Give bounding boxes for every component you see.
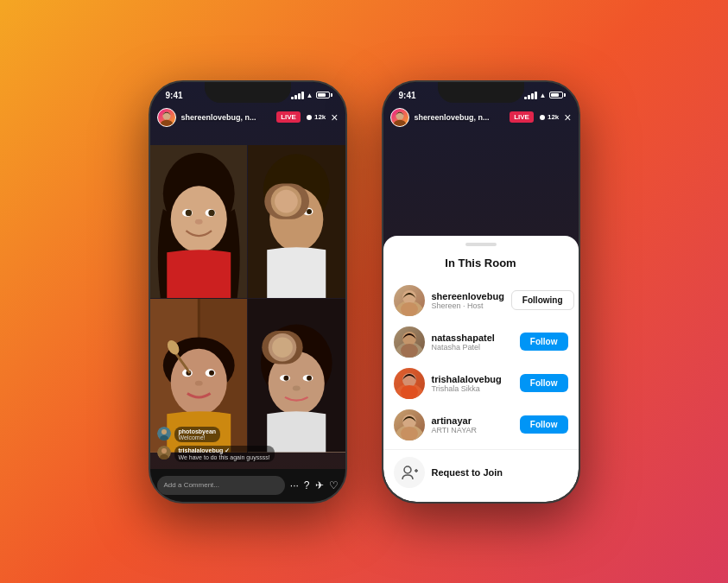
svg-point-8 — [185, 209, 191, 215]
svg-point-9 — [208, 209, 214, 215]
status-bar-right: 9:41 ▲ — [383, 82, 579, 104]
signal-icon-left — [291, 92, 304, 99]
svg-point-1 — [160, 119, 173, 126]
svg-point-44 — [272, 337, 293, 358]
viewer-count-right: 12k — [539, 113, 559, 121]
following-button[interactable]: Following — [511, 290, 574, 310]
svg-point-53 — [540, 115, 545, 120]
more-icon[interactable]: ··· — [290, 479, 299, 491]
close-button-right[interactable]: × — [564, 111, 571, 124]
svg-point-10 — [194, 219, 202, 224]
request-label: Request to Join — [432, 467, 503, 478]
follow-button-1[interactable]: Follow — [520, 333, 568, 351]
time-right: 9:41 — [399, 91, 416, 100]
svg-point-40 — [307, 376, 312, 381]
viewer-count-left: 12k — [306, 113, 326, 121]
time-left: 9:41 — [166, 91, 183, 100]
room-avatar-3 — [394, 368, 425, 399]
follow-button-2[interactable]: Follow — [520, 374, 568, 392]
svg-point-5 — [170, 186, 226, 252]
svg-point-2 — [307, 115, 312, 120]
room-user-row-1: shereenlovebug Shereen · Host Following — [383, 280, 579, 321]
svg-point-77 — [401, 344, 418, 358]
phone-right: 9:41 ▲ — [382, 80, 580, 504]
svg-point-41 — [293, 386, 301, 391]
svg-point-33 — [194, 381, 202, 386]
svg-point-73 — [402, 290, 416, 304]
video-cell-1 — [150, 145, 248, 299]
host-avatar-left — [157, 108, 176, 127]
comments-overlay: photosbyean Welcome! trishalalovebug ✓ W… — [150, 423, 345, 469]
comment-1: photosbyean Welcome! — [157, 427, 339, 442]
svg-point-84 — [404, 466, 411, 473]
comment-input[interactable]: Add a Comment... — [157, 476, 285, 495]
room-user-info-2: natasshapatel Natasha Patel — [432, 333, 513, 352]
live-badge-right[interactable]: LIVE — [510, 111, 534, 123]
svg-point-0 — [162, 111, 170, 119]
room-user-row-4: artinayar ARTI NAYAR Follow — [383, 404, 579, 446]
svg-point-52 — [393, 119, 406, 126]
svg-point-39 — [283, 376, 288, 381]
svg-point-80 — [401, 385, 418, 399]
svg-point-83 — [401, 427, 418, 440]
live-header-right: shereenlovebug, n... LIVE 12k × — [383, 105, 579, 130]
svg-point-74 — [401, 302, 418, 316]
battery-icon-right — [549, 92, 563, 98]
comment-2: trishalalovebug ✓ We have to do this aga… — [157, 446, 339, 462]
modal-title: In This Room — [383, 257, 579, 269]
svg-point-51 — [396, 111, 403, 119]
wifi-icon-left: ▲ — [307, 92, 313, 99]
room-user-info-1: shereenlovebug Shereen · Host — [432, 291, 504, 310]
status-bar-left: 9:41 ▲ — [150, 82, 345, 104]
room-avatar-4 — [394, 409, 425, 440]
room-user-info-4: artinayar ARTI NAYAR — [432, 415, 513, 434]
wifi-icon-right: ▲ — [540, 92, 547, 99]
svg-point-46 — [161, 429, 167, 434]
status-icons-right: ▲ — [524, 92, 563, 99]
share-icon[interactable]: ✈ — [315, 479, 324, 491]
phone-left: 9:41 ▲ — [149, 80, 347, 504]
svg-point-17 — [307, 208, 312, 213]
signal-icon-right — [524, 92, 537, 99]
close-button-left[interactable]: × — [331, 111, 338, 124]
room-user-row-3: trishalalovebug Trishala Sikka Follow — [383, 363, 579, 404]
status-icons-left: ▲ — [291, 92, 330, 99]
username-left: shereenlovebug, n... — [181, 113, 272, 122]
room-avatar-1 — [394, 285, 425, 316]
video-grid-left — [150, 145, 345, 453]
svg-point-49 — [161, 448, 167, 453]
request-to-join-row[interactable]: Request to Join — [383, 449, 579, 495]
follow-button-3[interactable]: Follow — [520, 415, 568, 434]
bottom-bar-left: Add a Comment... ··· ? ✈ ♡ — [150, 469, 345, 502]
sheet-handle — [465, 243, 497, 246]
room-user-info-3: trishalalovebug Trishala Sikka — [432, 374, 513, 393]
question-icon[interactable]: ? — [304, 479, 310, 491]
battery-icon-left — [316, 92, 330, 98]
comment-2-username: trishalalovebug ✓ — [179, 447, 270, 454]
in-this-room-modal: In This Room shereenlovebug Shereen · Ho… — [383, 236, 579, 502]
room-user-row-2: natasshapatel Natasha Patel Follow — [383, 321, 579, 363]
video-cell-2 — [248, 145, 345, 299]
live-badge-left[interactable]: LIVE — [276, 111, 301, 123]
svg-point-20 — [275, 189, 298, 212]
request-icon — [394, 457, 425, 488]
svg-point-30 — [209, 371, 214, 376]
username-right: shereenlovebug, n... — [415, 113, 505, 122]
host-avatar-right — [390, 108, 409, 127]
room-avatar-2 — [394, 326, 425, 358]
live-header-left: shereenlovebug, n... LIVE 12k × — [150, 105, 345, 130]
heart-icon[interactable]: ♡ — [329, 479, 339, 491]
